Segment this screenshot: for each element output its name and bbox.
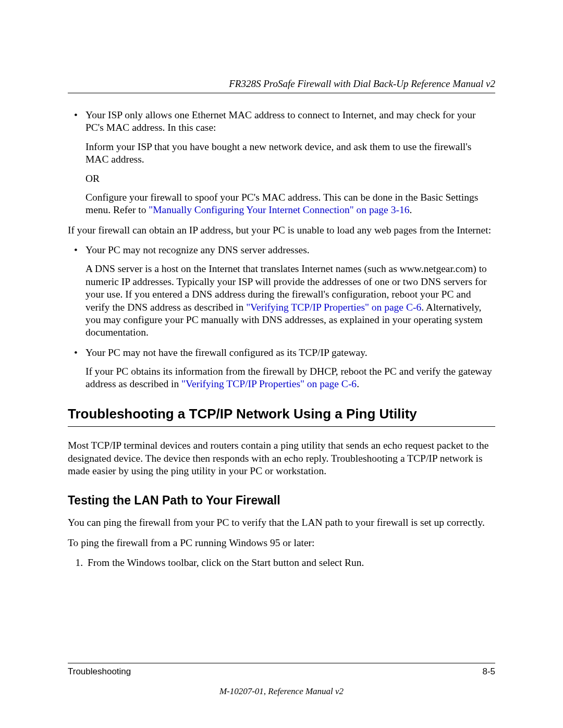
bullet-sub-para: A DNS server is a host on the Internet t… xyxy=(85,263,495,339)
bullet-text: Your PC may not recognize any DNS server… xyxy=(85,244,495,256)
bullet-text: Your PC may not have the firewall config… xyxy=(85,347,495,359)
link-verify-tcpip[interactable]: "Verifying TCP/IP Properties" on page C-… xyxy=(246,302,421,313)
bullet-sub-para: Inform your ISP that you have bought a n… xyxy=(85,141,495,166)
paragraph: You can ping the firewall from your PC t… xyxy=(68,516,495,529)
bullet-sub-para: Configure your firewall to spoof your PC… xyxy=(85,191,495,217)
bullet-text: Your ISP only allows one Ethernet MAC ad… xyxy=(85,109,495,134)
text-fragment: . xyxy=(409,204,412,215)
footer-section-name: Troubleshooting xyxy=(68,667,131,677)
page: FR328S ProSafe Firewall with Dial Back-U… xyxy=(0,0,563,728)
ordered-steps: From the Windows toolbar, click on the S… xyxy=(68,557,495,569)
running-header: FR328S ProSafe Firewall with Dial Back-U… xyxy=(68,78,495,93)
page-footer: Troubleshooting 8-5 M-10207-01, Referenc… xyxy=(68,663,495,697)
paragraph: If your firewall can obtain an IP addres… xyxy=(68,224,495,237)
step-item: From the Windows toolbar, click on the S… xyxy=(85,557,495,569)
footer-doc-id: M-10207-01, Reference Manual v2 xyxy=(68,686,495,697)
footer-page-number: 8-5 xyxy=(482,667,495,677)
subsection-heading: Testing the LAN Path to Your Firewall xyxy=(68,493,495,508)
bullet-item-mac: Your ISP only allows one Ethernet MAC ad… xyxy=(85,109,495,217)
bullet-item-gateway: Your PC may not have the firewall config… xyxy=(85,347,495,391)
bullet-or: OR xyxy=(85,172,495,185)
paragraph: To ping the firewall from a PC running W… xyxy=(68,537,495,549)
text-fragment: . xyxy=(357,378,359,389)
bullet-item-dns: Your PC may not recognize any DNS server… xyxy=(85,244,495,339)
body-area: Your ISP only allows one Ethernet MAC ad… xyxy=(68,109,495,569)
link-verify-tcpip[interactable]: "Verifying TCP/IP Properties" on page C-… xyxy=(181,378,357,389)
paragraph: Most TCP/IP terminal devices and routers… xyxy=(68,439,495,477)
section-heading: Troubleshooting a TCP/IP Network Using a… xyxy=(68,405,495,427)
bullet-sub-para: If your PC obtains its information from … xyxy=(85,365,495,391)
link-manual-config[interactable]: "Manually Configuring Your Internet Conn… xyxy=(149,204,409,215)
